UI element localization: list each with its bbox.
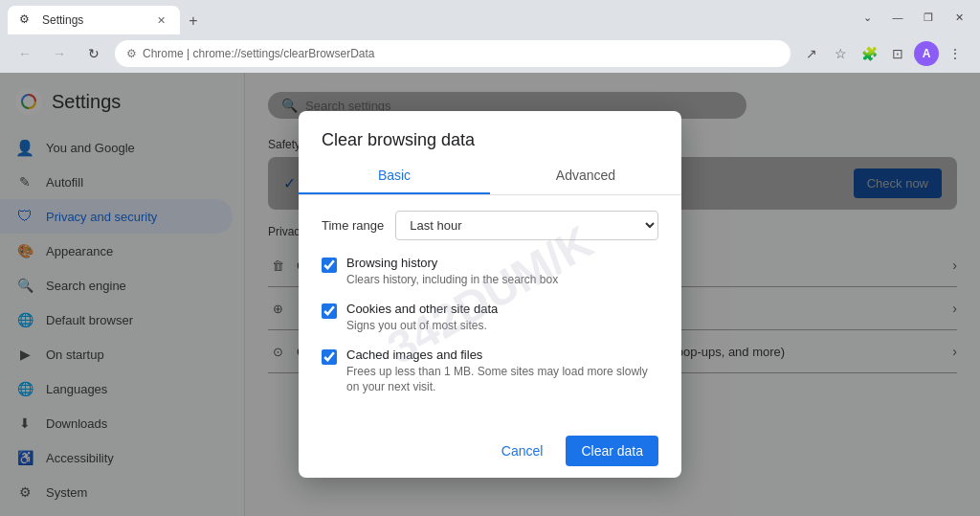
tab-advanced[interactable]: Advanced (490, 158, 681, 194)
close-button[interactable]: ✕ (946, 4, 972, 31)
cancel-button[interactable]: Cancel (486, 436, 559, 466)
address-bar: ← → ↻ ⚙ Chrome | chrome://settings/clear… (0, 34, 980, 73)
new-tab-button[interactable]: + (180, 8, 207, 34)
tab-bar: ⚙ Settings ✕ + (8, 0, 846, 34)
url-bar[interactable]: ⚙ Chrome | chrome://settings/clearBrowse… (115, 40, 791, 67)
modal-overlay: Clear browsing data Basic Advanced Time … (0, 73, 980, 516)
maximize-button[interactable]: ❐ (915, 4, 942, 31)
cookies-checkbox[interactable] (322, 303, 337, 319)
bookmark-icon[interactable]: ☆ (827, 40, 854, 67)
menu-button[interactable]: ⋮ (942, 40, 969, 67)
reload-button[interactable]: ↻ (80, 40, 107, 67)
dialog-footer: Cancel Clear data (299, 424, 681, 478)
profile-icon: A (914, 41, 939, 66)
cached-images-desc: Frees up less than 1 MB. Some sites may … (346, 364, 658, 396)
clear-browsing-dialog: Clear browsing data Basic Advanced Time … (299, 111, 681, 478)
dialog-body: Time range Last hour Last 24 hours Last … (299, 195, 681, 424)
extensions-icon[interactable]: 🧩 (856, 40, 882, 67)
close-tab-button[interactable]: ✕ (153, 12, 168, 28)
window-controls: ⌄ — ❐ ✕ (854, 4, 972, 31)
active-tab[interactable]: ⚙ Settings ✕ (8, 6, 180, 34)
toolbar-icons: ↗ ☆ 🧩 ⊡ A ⋮ (798, 40, 969, 67)
forward-button[interactable]: → (46, 40, 73, 67)
browsing-history-checkbox[interactable] (322, 258, 337, 273)
share-icon[interactable]: ↗ (798, 40, 825, 67)
back-button[interactable]: ← (11, 40, 38, 67)
browsing-history-desc: Clears history, including in the search … (346, 272, 658, 288)
profile-avatar[interactable]: A (913, 40, 940, 67)
browsing-history-item: Browsing history Clears history, includi… (322, 256, 658, 288)
title-bar: ⚙ Settings ✕ + ⌄ — ❐ ✕ (0, 0, 980, 34)
dialog-tabs: Basic Advanced (299, 158, 681, 195)
cached-images-item: Cached images and files Frees up less th… (322, 348, 658, 396)
dialog-title: Clear browsing data (299, 111, 681, 158)
other-window-button[interactable]: ⌄ (854, 4, 880, 31)
time-range-label: Time range (322, 218, 384, 233)
split-view-icon[interactable]: ⊡ (884, 40, 911, 67)
cookies-desc: Signs you out of most sites. (346, 318, 658, 334)
cookies-label: Cookies and other site data (346, 302, 658, 316)
main-area: Settings 👤 You and Google ✎ Autofill 🛡 P… (0, 73, 980, 516)
browsing-history-label: Browsing history (346, 256, 658, 270)
clear-data-button[interactable]: Clear data (566, 436, 658, 466)
security-icon: ⚙ (126, 47, 137, 60)
tab-title: Settings (42, 13, 145, 27)
url-text: Chrome | chrome://settings/clearBrowserD… (143, 47, 375, 60)
time-range-row: Time range Last hour Last 24 hours Last … (322, 211, 658, 240)
tab-basic[interactable]: Basic (299, 158, 490, 194)
cached-images-checkbox[interactable] (322, 349, 337, 365)
time-range-select[interactable]: Last hour Last 24 hours Last 7 days Last… (395, 211, 658, 240)
cookies-item: Cookies and other site data Signs you ou… (322, 302, 658, 334)
browser-frame: ⚙ Settings ✕ + ⌄ — ❐ ✕ ← → ↻ ⚙ Chrome | … (0, 0, 980, 516)
minimize-button[interactable]: — (884, 4, 911, 31)
cached-images-label: Cached images and files (346, 348, 658, 362)
tab-favicon: ⚙ (19, 12, 34, 28)
